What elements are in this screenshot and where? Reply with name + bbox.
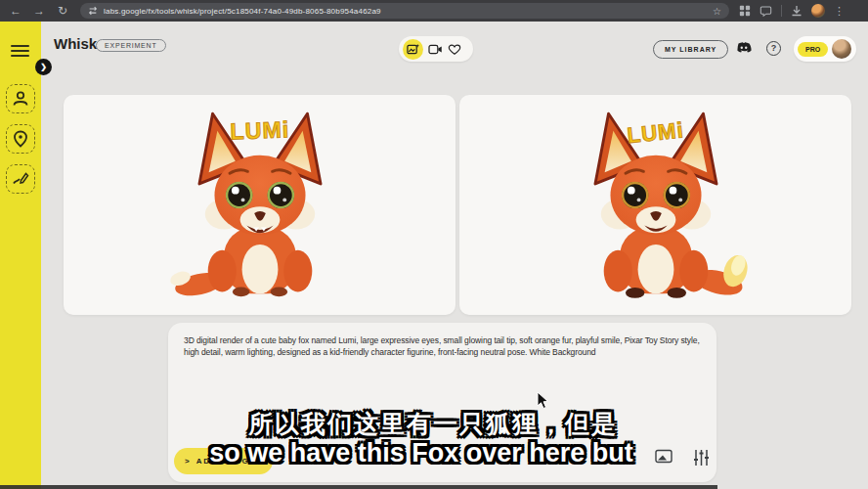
- tune-sliders-icon: [693, 449, 710, 466]
- reload-icon[interactable]: ↻: [51, 0, 74, 22]
- sidebar-item-subject[interactable]: [6, 84, 35, 113]
- sidebar-expand-button[interactable]: ❯: [35, 59, 52, 75]
- site-swap-icon: [88, 6, 98, 16]
- extensions-grid-icon[interactable]: [739, 5, 751, 17]
- fox-illustration-right: LUMi: [533, 108, 779, 315]
- discord-button[interactable]: [735, 42, 753, 60]
- subtitle-english: so we have this Fox over here but: [209, 438, 633, 468]
- sidebar: [0, 22, 41, 489]
- browser-toolbar: ← → ↻ labs.google/fx/tools/whisk/project…: [0, 0, 868, 22]
- experiment-badge: EXPERIMENT: [96, 39, 166, 52]
- style-pen-icon: [12, 170, 29, 188]
- video-mode-button[interactable]: [428, 43, 443, 56]
- fox-name-caption-right: LUMi: [626, 117, 685, 148]
- download-icon[interactable]: [791, 5, 803, 17]
- video-generate-icon: [428, 43, 443, 56]
- mouse-cursor: [537, 391, 550, 411]
- sidebar-item-scene[interactable]: [6, 124, 35, 154]
- aspect-ratio-button[interactable]: [655, 449, 673, 467]
- browser-menu-dots-icon[interactable]: ⋮: [834, 5, 845, 18]
- page-title: Whisk: [54, 35, 97, 52]
- aspect-ratio-icon: [655, 449, 673, 464]
- account-pill[interactable]: PRO: [794, 36, 856, 62]
- subtitle-chinese: 所以我们这里有一只狐狸，但是: [248, 408, 618, 440]
- browser-profile-avatar[interactable]: [811, 4, 825, 18]
- discord-icon: [735, 42, 753, 56]
- prompt-text[interactable]: 3D digital render of a cute baby fox nam…: [184, 334, 716, 359]
- url-text: labs.google/fx/tools/whisk/project/5c185…: [104, 7, 381, 16]
- image-generate-icon: [407, 43, 419, 56]
- favorites-button[interactable]: [448, 43, 461, 56]
- chat-bubble-icon[interactable]: [760, 5, 772, 17]
- question-mark-icon: ?: [771, 43, 777, 53]
- heart-icon: [448, 43, 461, 56]
- generated-image-left[interactable]: LUMi: [64, 95, 456, 315]
- help-button[interactable]: ?: [766, 41, 781, 56]
- person-icon: [12, 90, 29, 108]
- forward-arrow-icon[interactable]: →: [27, 0, 51, 22]
- my-library-button[interactable]: MY LIBRARY: [653, 40, 728, 59]
- hamburger-menu-icon[interactable]: [11, 45, 29, 60]
- user-avatar[interactable]: [832, 39, 851, 59]
- settings-button[interactable]: [693, 449, 710, 469]
- bookmark-star-icon[interactable]: ☆: [713, 6, 721, 17]
- chevron-right-icon: >: [185, 457, 190, 466]
- address-bar[interactable]: labs.google/fx/tools/whisk/project/5c185…: [80, 3, 729, 19]
- fox-illustration-left: LUMi: [137, 108, 383, 315]
- back-arrow-icon[interactable]: ←: [4, 0, 27, 22]
- image-mode-button[interactable]: [403, 39, 423, 60]
- toolbar-divider: [781, 5, 782, 17]
- pro-badge: PRO: [798, 42, 828, 57]
- sidebar-item-style[interactable]: [6, 164, 35, 194]
- video-edge-strip: [0, 485, 717, 489]
- mode-switcher: [399, 36, 473, 62]
- location-pin-icon: [12, 130, 29, 148]
- fox-name-caption-left: LUMi: [230, 116, 290, 144]
- generated-image-right[interactable]: LUMi: [459, 95, 851, 315]
